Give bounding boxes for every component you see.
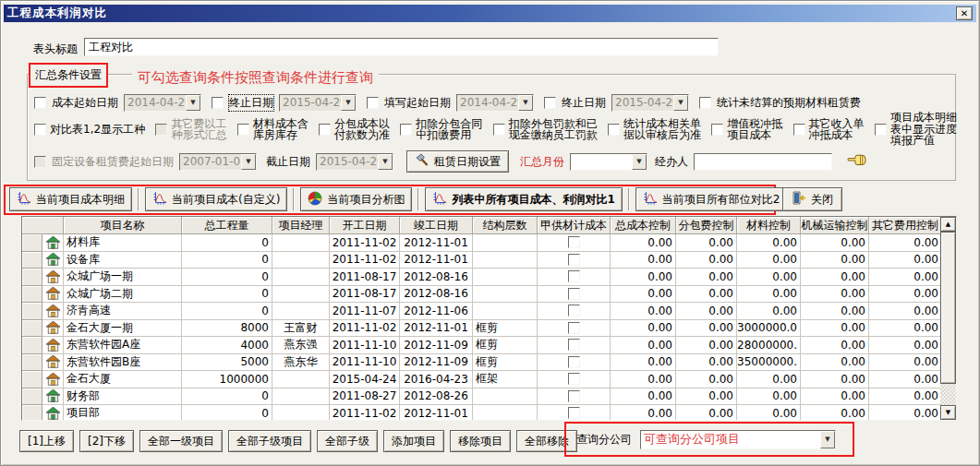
table-row[interactable]: 金石大厦 1000000 2015-04-24 2016-04-23 框架 0.… bbox=[22, 371, 956, 388]
fill-end-date-checkbox[interactable] bbox=[544, 97, 556, 109]
table-row[interactable]: 东营软件园A座 4000 燕东强 2011-11-10 2012-11-09 框… bbox=[22, 337, 956, 354]
footer-button[interactable]: 全部子级 bbox=[317, 430, 378, 452]
table-row[interactable]: 材料库 0 2011-11-02 2012-11-01 0.00 0.00 0.… bbox=[22, 234, 956, 252]
dropdown-arrow-icon[interactable]: ▼ bbox=[341, 95, 356, 111]
supply-material-checkbox[interactable] bbox=[568, 305, 580, 317]
dropdown-arrow-icon[interactable]: ▼ bbox=[186, 95, 200, 111]
column-header-other-cost-control[interactable]: 其它费用控制 bbox=[869, 217, 942, 234]
option-checkbox[interactable] bbox=[493, 124, 505, 136]
row-selector-cell[interactable] bbox=[22, 320, 42, 338]
footer-button[interactable]: [1]上移 bbox=[19, 430, 74, 452]
supply-material-checkbox[interactable] bbox=[568, 339, 580, 351]
summary-month-combo[interactable]: ▼ bbox=[570, 153, 647, 171]
current-project-parts-compare-button[interactable]: 当前项目所有部位对比2 bbox=[635, 187, 788, 211]
current-project-cost-detail-button[interactable]: 当前项目成本明细 bbox=[9, 187, 132, 211]
column-header-completion-date[interactable]: 竣工日期 bbox=[400, 217, 473, 234]
table-row[interactable]: 东营软件园B座 5000 燕东华 2011-11-10 2012-11-09 框… bbox=[22, 354, 956, 372]
supply-material-checkbox[interactable] bbox=[568, 254, 580, 266]
operator-input[interactable] bbox=[694, 153, 832, 171]
rental-flag-checkbox[interactable] bbox=[699, 97, 711, 109]
fill-end-date-combo[interactable]: 2015-04-29 ▼ bbox=[611, 94, 689, 112]
dropdown-arrow-icon[interactable]: ▼ bbox=[820, 431, 835, 448]
all-projects-cost-profit-compare-button[interactable]: 列表中所有项目成本、利润对比1 bbox=[425, 187, 622, 211]
cost-end-date-combo[interactable]: 2015-04-29 ▼ bbox=[279, 94, 357, 112]
vertical-scrollbar[interactable]: ▲ ▼ bbox=[940, 217, 956, 420]
column-header-project-name[interactable]: 项目名称 bbox=[64, 217, 182, 234]
header-title-input[interactable]: 工程对比 bbox=[84, 38, 719, 56]
footer-button[interactable]: 全部一级项目 bbox=[139, 430, 223, 452]
option-checkbox[interactable] bbox=[711, 124, 723, 136]
table-row[interactable]: 济青高速 0 2011-11-07 2012-11-06 0.00 0.00 0… bbox=[22, 303, 956, 320]
column-header-material-control[interactable]: 材料控制 bbox=[737, 217, 801, 234]
scroll-up-button[interactable]: ▲ bbox=[940, 217, 956, 232]
supply-material-checkbox[interactable] bbox=[568, 407, 580, 419]
dropdown-arrow-icon[interactable]: ▼ bbox=[241, 154, 256, 170]
table-row[interactable]: 众城广场二期 0 2011-08-17 2012-08-16 0.00 0.00… bbox=[22, 286, 956, 304]
option-checkbox[interactable] bbox=[237, 124, 249, 136]
footer-button[interactable]: 添加项目 bbox=[383, 430, 444, 452]
footer-button[interactable]: [2]下移 bbox=[79, 430, 134, 452]
footer-button[interactable]: 全部子级项目 bbox=[228, 430, 311, 452]
column-header-total-cost-control[interactable]: 总成本控制 bbox=[611, 217, 676, 234]
close-dialog-button[interactable]: 关闭 bbox=[782, 187, 842, 211]
row-selector-cell[interactable] bbox=[22, 388, 42, 406]
close-button[interactable]: ✕ bbox=[956, 6, 973, 20]
table-row[interactable]: 金石大厦一期 8000 王富财 2011-11-02 2012-11-01 框剪… bbox=[22, 320, 956, 338]
option-checkbox[interactable] bbox=[319, 124, 331, 136]
fixed-rental-start-combo[interactable]: 2007-01-01 ▼ bbox=[179, 153, 257, 171]
table-row[interactable]: 众城广场一期 0 2011-08-17 2012-08-16 0.00 0.00… bbox=[22, 269, 956, 286]
supply-material-checkbox[interactable] bbox=[568, 390, 580, 402]
option-checkbox[interactable] bbox=[793, 124, 805, 136]
row-selector-cell[interactable] bbox=[22, 303, 42, 320]
column-header-owner-supplied-material[interactable]: 甲供材计成本 bbox=[538, 217, 611, 234]
supply-material-checkbox[interactable] bbox=[568, 322, 580, 334]
option-checkbox[interactable] bbox=[34, 124, 46, 136]
column-header-subcontract-control[interactable]: 分包费控制 bbox=[676, 217, 737, 234]
scrollbar-thumb[interactable] bbox=[940, 232, 956, 384]
row-selector-cell[interactable] bbox=[22, 252, 42, 269]
table-row[interactable]: 财务部 0 2011-08-27 2012-08-26 0.00 0.00 0.… bbox=[22, 388, 956, 406]
row-selector-cell[interactable] bbox=[22, 354, 42, 372]
row-selector-cell[interactable] bbox=[22, 371, 42, 388]
column-header-machine-transport-control[interactable]: 机械运输控制 bbox=[801, 217, 869, 234]
fill-start-date-checkbox[interactable] bbox=[367, 97, 379, 109]
fixed-rental-end-combo[interactable]: 2015-04-29 ▼ bbox=[316, 153, 393, 171]
current-project-analysis-chart-button[interactable]: 当前项目分析图 bbox=[300, 187, 412, 211]
rental-date-settings-button[interactable]: 租赁日期设置 bbox=[406, 150, 509, 173]
supply-material-checkbox[interactable] bbox=[568, 356, 580, 368]
cost-start-date-combo[interactable]: 2014-04-29 ▼ bbox=[124, 94, 201, 112]
column-header-total-quantity[interactable]: 总工程量 bbox=[182, 217, 272, 234]
cost-start-date-checkbox[interactable] bbox=[34, 97, 46, 109]
option-checkbox[interactable] bbox=[875, 124, 887, 136]
footer-button[interactable]: 移除项目 bbox=[450, 430, 511, 452]
column-header-project-manager[interactable]: 项目经理 bbox=[272, 217, 330, 234]
row-selector-cell[interactable] bbox=[22, 269, 42, 286]
table-row[interactable]: 设备库 0 2011-11-02 2012-11-01 0.00 0.00 0.… bbox=[22, 252, 956, 269]
row-selector-cell[interactable] bbox=[22, 337, 42, 354]
option-checkbox[interactable] bbox=[155, 124, 167, 136]
supply-material-checkbox[interactable] bbox=[568, 288, 580, 300]
scroll-down-button[interactable]: ▼ bbox=[940, 405, 956, 420]
option-checkbox[interactable] bbox=[608, 124, 620, 136]
supply-material-checkbox[interactable] bbox=[568, 373, 580, 385]
fixed-rental-checkbox[interactable] bbox=[34, 156, 46, 168]
dropdown-arrow-icon[interactable]: ▼ bbox=[518, 95, 533, 111]
row-selector-cell[interactable] bbox=[22, 405, 42, 421]
supply-material-checkbox[interactable] bbox=[568, 270, 580, 282]
cost-end-date-checkbox[interactable] bbox=[212, 97, 224, 109]
option-checkbox[interactable] bbox=[400, 124, 412, 136]
table-row[interactable]: 项目部 0 2011-11-02 2012-11-01 0.00 0.00 0.… bbox=[22, 405, 956, 421]
row-selector-cell[interactable] bbox=[22, 286, 42, 304]
dropdown-arrow-icon[interactable]: ▼ bbox=[378, 154, 393, 170]
current-project-cost-custom-button[interactable]: 当前项目成本(自定义) bbox=[145, 187, 287, 211]
fill-start-date-combo[interactable]: 2014-04-29 ▼ bbox=[456, 94, 534, 112]
supply-material-checkbox[interactable] bbox=[568, 236, 580, 248]
column-header-structure-floors[interactable]: 结构层数 bbox=[473, 217, 538, 234]
branch-query-combo[interactable]: 可查询分公司项目 ▼ bbox=[640, 430, 836, 449]
table-header-row: 项目名称 总工程量 项目经理 开工日期 竣工日期 结构层数 甲供材计成本 总成本… bbox=[22, 217, 956, 234]
column-header-start-date[interactable]: 开工日期 bbox=[330, 217, 400, 234]
dropdown-arrow-icon[interactable]: ▼ bbox=[673, 95, 688, 111]
row-selector-cell[interactable] bbox=[22, 234, 42, 252]
title-bar[interactable]: 工程成本利润对比 ✕ bbox=[4, 5, 976, 22]
dropdown-arrow-icon[interactable]: ▼ bbox=[632, 154, 647, 170]
